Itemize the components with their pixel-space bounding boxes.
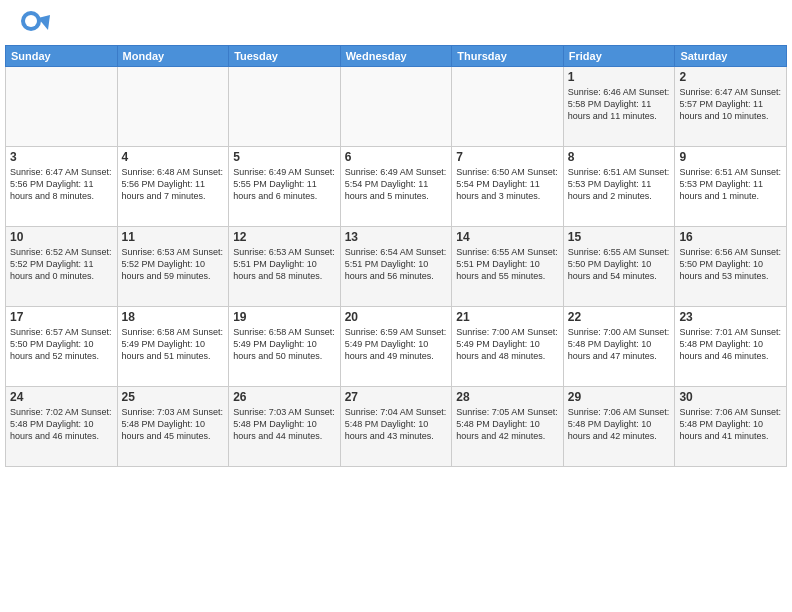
day-info: Sunrise: 6:58 AM Sunset: 5:49 PM Dayligh…	[122, 326, 225, 362]
day-info: Sunrise: 6:53 AM Sunset: 5:52 PM Dayligh…	[122, 246, 225, 282]
day-info: Sunrise: 7:04 AM Sunset: 5:48 PM Dayligh…	[345, 406, 448, 442]
day-info: Sunrise: 7:02 AM Sunset: 5:48 PM Dayligh…	[10, 406, 113, 442]
calendar-cell: 8Sunrise: 6:51 AM Sunset: 5:53 PM Daylig…	[563, 147, 675, 227]
calendar-cell: 4Sunrise: 6:48 AM Sunset: 5:56 PM Daylig…	[117, 147, 229, 227]
day-number: 28	[456, 390, 559, 404]
day-number: 16	[679, 230, 782, 244]
day-number: 27	[345, 390, 448, 404]
calendar-cell: 13Sunrise: 6:54 AM Sunset: 5:51 PM Dayli…	[340, 227, 452, 307]
calendar-cell: 28Sunrise: 7:05 AM Sunset: 5:48 PM Dayli…	[452, 387, 564, 467]
calendar-cell: 24Sunrise: 7:02 AM Sunset: 5:48 PM Dayli…	[6, 387, 118, 467]
day-info: Sunrise: 6:47 AM Sunset: 5:57 PM Dayligh…	[679, 86, 782, 122]
day-number: 9	[679, 150, 782, 164]
day-number: 22	[568, 310, 671, 324]
day-info: Sunrise: 7:06 AM Sunset: 5:48 PM Dayligh…	[568, 406, 671, 442]
calendar-cell: 1Sunrise: 6:46 AM Sunset: 5:58 PM Daylig…	[563, 67, 675, 147]
calendar-cell: 20Sunrise: 6:59 AM Sunset: 5:49 PM Dayli…	[340, 307, 452, 387]
calendar-cell: 27Sunrise: 7:04 AM Sunset: 5:48 PM Dayli…	[340, 387, 452, 467]
day-number: 29	[568, 390, 671, 404]
day-number: 11	[122, 230, 225, 244]
calendar-cell: 5Sunrise: 6:49 AM Sunset: 5:55 PM Daylig…	[229, 147, 341, 227]
logo-icon	[20, 10, 50, 40]
day-number: 2	[679, 70, 782, 84]
logo	[20, 10, 52, 40]
page-header	[0, 0, 792, 45]
day-info: Sunrise: 6:49 AM Sunset: 5:54 PM Dayligh…	[345, 166, 448, 202]
weekday-header-friday: Friday	[563, 46, 675, 67]
day-info: Sunrise: 6:54 AM Sunset: 5:51 PM Dayligh…	[345, 246, 448, 282]
day-info: Sunrise: 7:03 AM Sunset: 5:48 PM Dayligh…	[233, 406, 336, 442]
calendar-cell: 26Sunrise: 7:03 AM Sunset: 5:48 PM Dayli…	[229, 387, 341, 467]
day-info: Sunrise: 7:01 AM Sunset: 5:48 PM Dayligh…	[679, 326, 782, 362]
calendar-week-4: 17Sunrise: 6:57 AM Sunset: 5:50 PM Dayli…	[6, 307, 787, 387]
day-info: Sunrise: 7:00 AM Sunset: 5:49 PM Dayligh…	[456, 326, 559, 362]
calendar-wrapper: SundayMondayTuesdayWednesdayThursdayFrid…	[0, 45, 792, 472]
day-number: 3	[10, 150, 113, 164]
weekday-header-thursday: Thursday	[452, 46, 564, 67]
calendar-cell: 2Sunrise: 6:47 AM Sunset: 5:57 PM Daylig…	[675, 67, 787, 147]
day-info: Sunrise: 6:57 AM Sunset: 5:50 PM Dayligh…	[10, 326, 113, 362]
day-info: Sunrise: 6:51 AM Sunset: 5:53 PM Dayligh…	[568, 166, 671, 202]
day-number: 17	[10, 310, 113, 324]
calendar-cell: 9Sunrise: 6:51 AM Sunset: 5:53 PM Daylig…	[675, 147, 787, 227]
day-number: 23	[679, 310, 782, 324]
day-number: 20	[345, 310, 448, 324]
weekday-header-tuesday: Tuesday	[229, 46, 341, 67]
calendar-cell: 15Sunrise: 6:55 AM Sunset: 5:50 PM Dayli…	[563, 227, 675, 307]
day-number: 8	[568, 150, 671, 164]
calendar-cell	[229, 67, 341, 147]
calendar-cell	[452, 67, 564, 147]
calendar-body: 1Sunrise: 6:46 AM Sunset: 5:58 PM Daylig…	[6, 67, 787, 467]
day-info: Sunrise: 6:49 AM Sunset: 5:55 PM Dayligh…	[233, 166, 336, 202]
day-number: 19	[233, 310, 336, 324]
day-number: 21	[456, 310, 559, 324]
calendar-table: SundayMondayTuesdayWednesdayThursdayFrid…	[5, 45, 787, 467]
calendar-cell: 16Sunrise: 6:56 AM Sunset: 5:50 PM Dayli…	[675, 227, 787, 307]
day-info: Sunrise: 6:53 AM Sunset: 5:51 PM Dayligh…	[233, 246, 336, 282]
calendar-cell: 17Sunrise: 6:57 AM Sunset: 5:50 PM Dayli…	[6, 307, 118, 387]
day-info: Sunrise: 6:51 AM Sunset: 5:53 PM Dayligh…	[679, 166, 782, 202]
calendar-cell	[6, 67, 118, 147]
calendar-cell: 23Sunrise: 7:01 AM Sunset: 5:48 PM Dayli…	[675, 307, 787, 387]
svg-point-1	[25, 15, 37, 27]
day-number: 13	[345, 230, 448, 244]
day-info: Sunrise: 6:55 AM Sunset: 5:51 PM Dayligh…	[456, 246, 559, 282]
day-info: Sunrise: 7:06 AM Sunset: 5:48 PM Dayligh…	[679, 406, 782, 442]
calendar-cell	[340, 67, 452, 147]
calendar-cell: 21Sunrise: 7:00 AM Sunset: 5:49 PM Dayli…	[452, 307, 564, 387]
day-info: Sunrise: 7:03 AM Sunset: 5:48 PM Dayligh…	[122, 406, 225, 442]
calendar-cell: 7Sunrise: 6:50 AM Sunset: 5:54 PM Daylig…	[452, 147, 564, 227]
day-info: Sunrise: 6:56 AM Sunset: 5:50 PM Dayligh…	[679, 246, 782, 282]
weekday-header-monday: Monday	[117, 46, 229, 67]
day-number: 5	[233, 150, 336, 164]
day-info: Sunrise: 6:46 AM Sunset: 5:58 PM Dayligh…	[568, 86, 671, 122]
day-number: 15	[568, 230, 671, 244]
weekday-header-sunday: Sunday	[6, 46, 118, 67]
day-info: Sunrise: 7:00 AM Sunset: 5:48 PM Dayligh…	[568, 326, 671, 362]
day-info: Sunrise: 6:55 AM Sunset: 5:50 PM Dayligh…	[568, 246, 671, 282]
weekday-header-wednesday: Wednesday	[340, 46, 452, 67]
day-number: 10	[10, 230, 113, 244]
day-info: Sunrise: 6:52 AM Sunset: 5:52 PM Dayligh…	[10, 246, 113, 282]
day-number: 25	[122, 390, 225, 404]
day-number: 1	[568, 70, 671, 84]
day-info: Sunrise: 7:05 AM Sunset: 5:48 PM Dayligh…	[456, 406, 559, 442]
calendar-cell	[117, 67, 229, 147]
day-number: 6	[345, 150, 448, 164]
day-number: 18	[122, 310, 225, 324]
day-number: 12	[233, 230, 336, 244]
day-info: Sunrise: 6:58 AM Sunset: 5:49 PM Dayligh…	[233, 326, 336, 362]
day-info: Sunrise: 6:47 AM Sunset: 5:56 PM Dayligh…	[10, 166, 113, 202]
calendar-week-1: 1Sunrise: 6:46 AM Sunset: 5:58 PM Daylig…	[6, 67, 787, 147]
day-number: 7	[456, 150, 559, 164]
calendar-week-5: 24Sunrise: 7:02 AM Sunset: 5:48 PM Dayli…	[6, 387, 787, 467]
calendar-week-2: 3Sunrise: 6:47 AM Sunset: 5:56 PM Daylig…	[6, 147, 787, 227]
calendar-cell: 3Sunrise: 6:47 AM Sunset: 5:56 PM Daylig…	[6, 147, 118, 227]
day-info: Sunrise: 6:59 AM Sunset: 5:49 PM Dayligh…	[345, 326, 448, 362]
weekday-header-saturday: Saturday	[675, 46, 787, 67]
calendar-cell: 18Sunrise: 6:58 AM Sunset: 5:49 PM Dayli…	[117, 307, 229, 387]
day-number: 14	[456, 230, 559, 244]
day-number: 26	[233, 390, 336, 404]
calendar-cell: 29Sunrise: 7:06 AM Sunset: 5:48 PM Dayli…	[563, 387, 675, 467]
calendar-header: SundayMondayTuesdayWednesdayThursdayFrid…	[6, 46, 787, 67]
